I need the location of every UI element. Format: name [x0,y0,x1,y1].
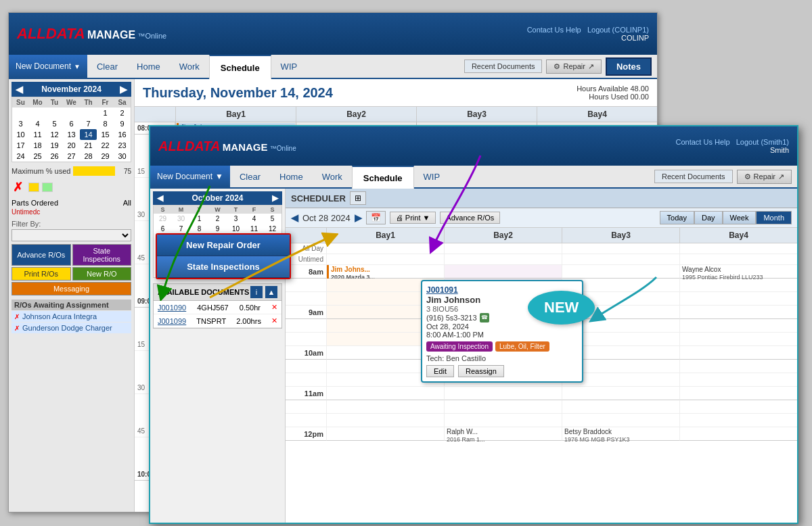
appt-time: 8:00 AM-1:00 PM [426,331,578,339]
front-bay4-header: Bay4 [679,228,797,243]
avail-docs-collapse-button[interactable]: ▲ [265,286,277,298]
bay2-appt-ralph[interactable]: Ralph W...2016 Ram 1... [445,427,562,444]
front-bay2-header: Bay2 [444,228,562,243]
back-nav: New Document ▼ Clear Home Work Schedule … [9,55,657,79]
front-clear-button[interactable]: Clear [230,166,270,187]
appt-tech: Tech: Ben Castillo [426,354,578,362]
messaging-button[interactable]: Messaging [12,282,131,295]
ros-title: R/Os Awaiting Assignment [12,300,131,310]
new-ro-button[interactable]: New R/O [72,267,132,281]
front-header: ALLDATA MANAGE ™Online Contact Us Help L… [150,126,797,166]
back-work-button[interactable]: Work [170,55,209,78]
appt-tags: Awaiting Inspection Lube, Oil, Filter [426,341,578,352]
doc-hours: 2.00hrs [236,317,261,325]
external-link-icon: ↗ [778,172,784,181]
front-contact-link[interactable]: Contact Us Help [675,138,729,146]
back-schedule-tab[interactable]: Schedule [209,55,271,79]
stats-bar [73,166,115,176]
view-month-button[interactable]: Month [756,211,792,224]
back-bay2-header: Bay2 [296,107,416,122]
front-bay4-8am: Wayne Alcox1995 Pontiac Firebird LLU233 [679,265,797,279]
date-display: Oct 28 2024 [302,213,351,223]
back-clear-button[interactable]: Clear [87,55,127,78]
back-cal-prev[interactable]: ◀ [16,84,23,95]
untimed-label: Untimed [286,254,326,264]
stats-color-swatch-yellow [28,183,39,192]
stats-color-swatch-green [42,183,53,192]
back-recent-docs-button[interactable]: Recent Documents [464,59,543,73]
doc-id[interactable]: J001099 [158,317,186,325]
list-item[interactable]: ✗ Johnson Acura Integra [12,311,131,322]
list-item[interactable]: ✗ Gunderson Dodge Charger [12,322,131,333]
appt-action-buttons: Edit Reassign [426,365,578,377]
appt-edit-button[interactable]: Edit [426,365,454,377]
front-logout-link[interactable]: Logout (Smith1) [736,138,789,146]
appt-reassign-button[interactable]: Reassign [458,365,504,377]
front-cal-next[interactable]: ▶ [272,193,278,203]
front-home-button[interactable]: Home [270,166,313,187]
avail-docs-info-button[interactable]: i [250,286,263,298]
front-nav-right: Recent Documents ⚙ Repair ↗ [654,166,797,187]
stats-untimed: Untimedc [12,208,131,216]
sidebar-buttons: Advance R/Os State Inspections Print R/O… [12,244,131,295]
doc-delete-button[interactable]: ✕ [271,303,277,312]
front-bay1-8am[interactable]: Jim Johns...2020 Mazda 3... [326,265,444,279]
green-arrow [156,179,223,301]
back-wip-button[interactable]: WIP [271,55,307,78]
back-contact-link[interactable]: Contact Us Help [527,26,581,34]
back-date-header: Thursday, November 14, 2024 Hours Availa… [135,79,657,107]
back-cal-days-header: Su Mo Tu We Th Fr Sa [12,97,131,107]
advance-ros-button[interactable]: Advance R/Os [12,244,71,266]
stats-parts-row: Parts Ordered All [12,199,131,207]
doc-delete-button[interactable]: ✕ [271,316,277,325]
back-header: ALLDATA MANAGE ™Online Contact Us Help L… [9,13,657,55]
front-repair-button[interactable]: ⚙ Repair ↗ [737,170,792,184]
state-inspections-button[interactable]: State Inspections [72,244,132,266]
back-cal-month: November 2024 [41,85,102,94]
phone-icon: ☎ [480,313,489,322]
view-today-button[interactable]: Today [660,211,694,224]
printer-icon: 🖨 [396,214,403,222]
front-bay4-9am [679,306,797,319]
view-week-button[interactable]: Week [723,211,757,224]
scheduler-icon-button[interactable]: ⊞ [350,191,366,205]
all-day-row: All Day [286,243,797,254]
all-day-label: All Day [286,243,326,254]
date-prev-button[interactable]: ◀ [291,212,298,223]
scheduler-label: SCHEDULER [291,193,346,204]
flag-icon: ✗ [14,325,20,332]
front-bay2-8am [444,265,562,279]
front-window: ALLDATA MANAGE ™Online Contact Us Help L… [149,125,798,524]
bay3-appt-betsy[interactable]: Betsy Braddock1976 MG MGB PSY1K3 [562,427,679,444]
back-bay3-header: Bay3 [416,107,537,122]
date-next-button[interactable]: ▶ [355,212,362,223]
stats-max-row: Maximum % used 75 [12,166,131,176]
view-day-button[interactable]: Day [694,211,723,224]
back-notes-button[interactable]: Notes [606,57,652,76]
avail-docs-list: J001090 4GHJ567 0.50hr ✕ J001099 TNSPRT … [153,301,282,329]
back-new-doc-button[interactable]: New Document ▼ [9,55,87,78]
back-sidebar: ◀ November 2024 ▶ Su Mo Tu We Th Fr Sa 1… [9,79,135,512]
back-cal-next[interactable]: ▶ [120,84,127,95]
print-dropdown-icon: ▼ [422,214,430,222]
sched-col-headers: Bay1 Bay2 Bay3 Bay4 [286,228,797,243]
front-nav: New Document ▼ Clear Home Work Schedule … [150,166,797,189]
filter-select[interactable] [12,229,131,241]
front-work-button[interactable]: Work [313,166,352,187]
print-ros-button[interactable]: Print R/Os [12,267,71,281]
print-button[interactable]: 🖨 Print ▼ [390,212,436,224]
back-logout-link[interactable]: Logout (COLINP1) [587,26,649,34]
list-item[interactable]: J001099 TNSPRT 2.00hrs ✕ [154,314,281,328]
front-schedule-tab[interactable]: Schedule [352,166,414,189]
front-wip-button[interactable]: WIP [414,166,450,187]
front-recent-docs-button[interactable]: Recent Documents [654,170,733,183]
calendar-icon-button[interactable]: 📅 [366,211,386,224]
doc-id[interactable]: J001090 [158,304,186,312]
tag-lube-oil-filter: Lube, Oil, Filter [495,341,549,352]
back-home-button[interactable]: Home [127,55,170,78]
list-item[interactable]: J001090 4GHJ567 0.50hr ✕ [154,301,281,314]
front-header-right: Contact Us Help Logout (Smith1) Smith [675,138,789,154]
back-repair-button[interactable]: ⚙ Repair ↗ [546,59,601,74]
back-cal-header: ◀ November 2024 ▶ [12,82,131,97]
advance-ros-button[interactable]: Advance R/Os [440,212,500,224]
